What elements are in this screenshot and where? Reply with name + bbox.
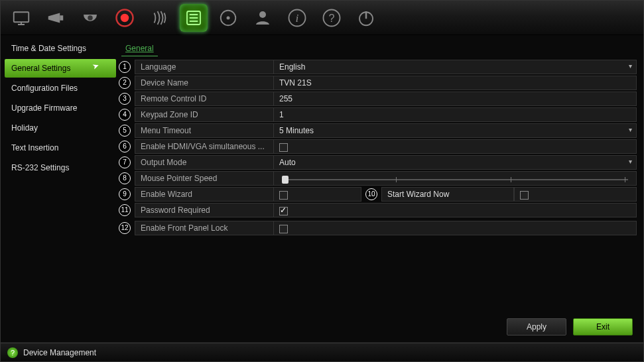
bullet-10: 10	[365, 188, 377, 200]
info-icon[interactable]: i	[283, 4, 311, 32]
bullet-7: 7	[119, 156, 131, 168]
sidebar: Time & Date Settings General Settings Co…	[5, 39, 116, 339]
check-enable-wizard[interactable]	[274, 187, 361, 202]
motion-icon[interactable]	[145, 4, 173, 32]
sidebar-item-text-insertion[interactable]: Text Insertion	[5, 139, 116, 157]
camera-icon[interactable]	[42, 4, 70, 32]
svg-point-7	[227, 16, 230, 19]
row-menu-timeout: 5 Menu Timeout 5 Minutes	[119, 123, 637, 138]
sidebar-item-upgrade-firmware[interactable]: Upgrade Firmware	[5, 99, 116, 117]
sidebar-item-holiday[interactable]: Holiday	[5, 119, 116, 137]
checkbox-start-wizard[interactable]	[520, 191, 529, 200]
label-device-name: Device Name	[135, 76, 274, 90]
row-remote-id: 3 Remote Control ID 255	[119, 91, 637, 106]
bullet-2: 2	[119, 77, 131, 89]
dome-camera-icon[interactable]	[76, 4, 104, 32]
svg-point-4	[121, 13, 129, 22]
status-help-icon[interactable]: ?	[7, 347, 18, 358]
label-remote-id: Remote Control ID	[135, 91, 274, 106]
row-enable-wizard: 9 Enable Wizard 10 Start Wizard Now	[119, 186, 637, 202]
row-password-required: 11 Password Required	[119, 202, 637, 217]
label-keypad-zone: Keypad Zone ID	[135, 107, 274, 122]
status-title: Device Management	[23, 348, 96, 357]
slider-thumb[interactable]	[282, 176, 289, 184]
label-front-panel-lock: Enable Front Panel Lock	[135, 221, 274, 235]
slider-mouse-speed[interactable]	[274, 171, 637, 186]
bullet-3: 3	[119, 93, 131, 105]
bullet-6: 6	[119, 141, 131, 152]
main-area: Time & Date Settings General Settings Co…	[1, 35, 643, 343]
content-pane: General 1 Language English 2 Device Name…	[119, 39, 637, 339]
check-password-required[interactable]	[274, 203, 637, 217]
top-toolbar: i ?	[1, 1, 643, 35]
help-icon[interactable]: ?	[318, 4, 346, 32]
svg-point-8	[259, 11, 266, 18]
check-start-wizard[interactable]	[514, 187, 637, 202]
svg-rect-0	[14, 12, 29, 22]
checkbox-password-required[interactable]	[279, 207, 288, 215]
tab-row: General	[119, 39, 637, 56]
label-password-required: Password Required	[135, 203, 274, 217]
label-start-wizard: Start Wizard Now	[381, 187, 514, 202]
bullet-4: 4	[119, 109, 131, 121]
checkbox-enable-wizard[interactable]	[279, 191, 288, 200]
row-keypad-zone: 4 Keypad Zone ID 1	[119, 107, 637, 122]
row-front-panel-lock: 12 Enable Front Panel Lock	[119, 220, 637, 235]
input-keypad-zone[interactable]: 1	[274, 107, 637, 122]
checkbox-hdmi-vga[interactable]	[279, 143, 288, 152]
tab-general[interactable]: General	[121, 41, 158, 56]
settings-icon[interactable]	[180, 4, 208, 32]
check-front-panel-lock[interactable]	[274, 221, 637, 235]
user-icon[interactable]	[249, 4, 277, 32]
status-bar: ? Device Management	[1, 343, 643, 361]
bullet-1: 1	[119, 61, 131, 73]
row-output-mode: 7 Output Mode Auto	[119, 154, 637, 170]
input-device-name[interactable]: TVN 21S	[274, 76, 637, 90]
sidebar-item-time-date[interactable]: Time & Date Settings	[5, 39, 116, 58]
sidebar-item-config-files[interactable]: Configuration Files	[5, 79, 116, 97]
app-window: i ? Time & Date Settings General Setting…	[0, 0, 644, 362]
label-mouse-speed: Mouse Pointer Speed	[135, 171, 274, 186]
dropdown-output-mode[interactable]: Auto	[274, 155, 637, 170]
settings-form: 1 Language English 2 Device Name TVN 21S…	[119, 56, 637, 313]
bullet-12: 12	[119, 222, 131, 234]
check-hdmi-vga[interactable]	[274, 139, 637, 154]
row-hdmi-vga: 6 Enable HDMI/VGA simultaneous ...	[119, 139, 637, 154]
disk-icon[interactable]	[214, 4, 242, 32]
checkbox-front-panel-lock[interactable]	[279, 225, 288, 233]
row-mouse-speed: 8 Mouse Pointer Speed	[119, 170, 637, 186]
svg-point-2	[88, 15, 93, 21]
input-remote-id[interactable]: 255	[274, 91, 637, 106]
exit-button[interactable]: Exit	[573, 318, 633, 335]
bullet-8: 8	[119, 172, 131, 184]
footer-buttons: Apply Exit	[119, 313, 637, 339]
label-hdmi-vga: Enable HDMI/VGA simultaneous ...	[135, 139, 274, 154]
power-icon[interactable]	[352, 4, 380, 32]
label-menu-timeout: Menu Timeout	[135, 123, 274, 138]
bullet-9: 9	[119, 188, 131, 200]
row-language: 1 Language English	[119, 59, 637, 74]
label-enable-wizard: Enable Wizard	[135, 187, 274, 202]
svg-rect-1	[60, 15, 63, 21]
sidebar-item-general-settings[interactable]: General Settings	[5, 59, 116, 78]
bullet-5: 5	[119, 125, 131, 137]
bullet-11: 11	[119, 204, 131, 216]
record-icon[interactable]	[111, 4, 139, 32]
dropdown-menu-timeout[interactable]: 5 Minutes	[274, 123, 637, 138]
label-output-mode: Output Mode	[135, 155, 274, 170]
sidebar-item-rs232[interactable]: RS-232 Settings	[5, 158, 116, 177]
monitor-icon[interactable]	[7, 4, 35, 32]
apply-button[interactable]: Apply	[507, 318, 566, 335]
dropdown-language[interactable]: English	[274, 60, 637, 74]
label-language: Language	[135, 60, 274, 74]
svg-text:?: ?	[328, 12, 334, 24]
svg-text:i: i	[296, 11, 299, 25]
row-device-name: 2 Device Name TVN 21S	[119, 75, 637, 90]
